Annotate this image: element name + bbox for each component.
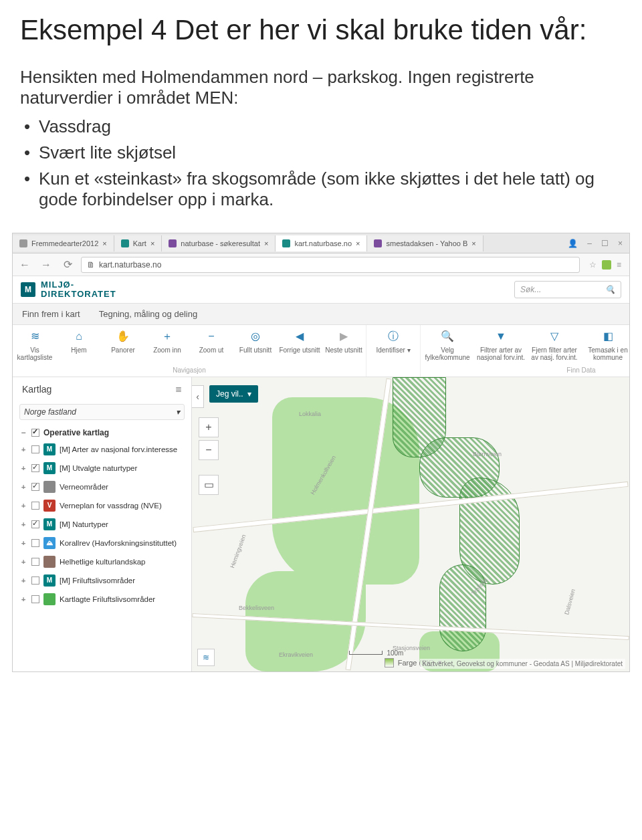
- info-icon: ⓘ: [386, 329, 401, 344]
- layer-row-4[interactable]: +M[M] Naturtyper: [13, 515, 191, 534]
- forward-button[interactable]: →: [38, 257, 54, 273]
- layer-row-8[interactable]: +Kartlagte Friluftslivsområder: [13, 590, 191, 609]
- zoom-controls: + − ▭: [199, 417, 219, 495]
- tool-home[interactable]: ⌂Hjem: [57, 325, 101, 365]
- home-icon: ⌂: [72, 329, 86, 344]
- close-icon[interactable]: ×: [356, 239, 360, 247]
- layer-row-2[interactable]: +Verneområder: [13, 478, 191, 496]
- tool-full-extent[interactable]: ◎Fullt utsnitt: [233, 325, 278, 365]
- reload-button[interactable]: ⟳: [60, 257, 76, 273]
- bookmark-button[interactable]: ▭: [199, 475, 219, 495]
- zoom-out-button[interactable]: −: [199, 440, 219, 460]
- layer-list: +M[M] Arter av nasjonal forv.interesse +…: [13, 440, 191, 671]
- slide-title: Eksempel 4 Det er her vi skal bruke tide…: [20, 13, 622, 47]
- region-select[interactable]: Norge fastland ▾: [19, 404, 185, 420]
- tool-zoom-out[interactable]: −Zoom ut: [189, 325, 233, 365]
- tool-layerlist[interactable]: ≋Vis kartlagsliste: [13, 325, 57, 365]
- url-input[interactable]: 🗎 kart.naturbase.no: [81, 257, 580, 273]
- toolbar: ≋Vis kartlagsliste ⌂Hjem ✋Panorer ＋Zoom …: [13, 325, 629, 377]
- site-header: M MILJØ- DIREKTORATET Søk... 🔍: [13, 276, 629, 302]
- layer-row-1[interactable]: +M[M] Utvalgte naturtyper: [13, 459, 191, 478]
- hand-icon: ✋: [116, 329, 130, 344]
- menu-tegning[interactable]: Tegning, måling og deling: [99, 309, 197, 319]
- slide-bullets: Vassdrag Svært lite skjøtsel Kun et «ste…: [20, 114, 622, 213]
- layer-checkbox[interactable]: [31, 502, 39, 510]
- tool-zoom-in[interactable]: ＋Zoom inn: [145, 325, 189, 365]
- plus-icon: ＋: [160, 329, 175, 344]
- jeg-vil-button[interactable]: Jeg vil..▾: [209, 385, 258, 403]
- tool-filter-kartlag[interactable]: ▼Filter kartlag: [635, 325, 642, 365]
- tool-filter-arter[interactable]: ▼Filtrer arter av nasjonal forv.int.: [474, 325, 528, 365]
- tool-clear-filter[interactable]: ▽Fjern filter arter av nasj. forv.int.: [528, 325, 581, 365]
- layer-icon: ⛰: [43, 537, 56, 549]
- layer-checkbox[interactable]: [31, 576, 39, 585]
- extension-icon[interactable]: [602, 260, 611, 270]
- layer-checkbox[interactable]: [31, 558, 39, 566]
- user-icon[interactable]: 👤: [568, 239, 578, 248]
- close-icon[interactable]: ×: [150, 239, 154, 247]
- favicon-icon: [374, 239, 382, 247]
- tool-pan[interactable]: ✋Panorer: [101, 325, 145, 365]
- maximize-button[interactable]: ☐: [601, 239, 609, 248]
- main-panel: Kartlag ≣ Norge fastland ▾ − Operative k…: [13, 377, 629, 671]
- layer-row-6[interactable]: +Helhetlige kulturlandskap: [13, 552, 191, 571]
- tool-velg-fylke[interactable]: 🔍Velg fylke/kommune: [421, 325, 474, 365]
- prev-icon: ◀: [292, 329, 307, 344]
- list-view-icon[interactable]: ≣: [175, 385, 182, 394]
- close-icon[interactable]: ×: [471, 239, 475, 247]
- tab-1[interactable]: Kart×: [114, 235, 163, 251]
- tab-2[interactable]: naturbase - søkeresultat×: [162, 235, 276, 251]
- menu-icon[interactable]: ≡: [617, 260, 621, 270]
- brand-top: MILJØ-: [41, 280, 116, 290]
- search-icon: 🔍: [605, 285, 615, 294]
- tab-3[interactable]: kart.naturbase.no×: [276, 235, 367, 251]
- sidebar-title: Kartlag: [22, 384, 51, 395]
- close-icon[interactable]: ×: [264, 239, 268, 247]
- star-icon[interactable]: ☆: [589, 260, 597, 270]
- back-button[interactable]: ←: [17, 257, 33, 273]
- close-button[interactable]: ×: [618, 239, 623, 248]
- layer-group-header[interactable]: − Operative kartlag: [13, 425, 191, 440]
- layer-row-7[interactable]: +M[M] Friluftslivsområder: [13, 571, 191, 590]
- search-icon: 🔍: [440, 329, 455, 344]
- layer-checkbox[interactable]: [31, 520, 39, 528]
- menu-bar: Finn frem i kart Tegning, måling og deli…: [13, 303, 629, 325]
- brand-bottom: DIREKTORATET: [41, 290, 116, 299]
- scale-bar: 100m: [349, 649, 403, 657]
- layers-stack-icon[interactable]: ≋: [197, 649, 215, 666]
- layer-checkbox[interactable]: [31, 539, 39, 547]
- layer-checkbox[interactable]: [31, 595, 39, 603]
- layer-icon: [43, 556, 56, 568]
- brand[interactable]: M MILJØ- DIREKTORATET: [21, 280, 116, 298]
- layer-checkbox[interactable]: [31, 483, 39, 491]
- layer-row-3[interactable]: +VVerneplan for vassdrag (NVE): [13, 496, 191, 515]
- map-attribution: Kartverket, Geovekst og kommuner - Geoda…: [420, 659, 625, 669]
- menu-finn[interactable]: Finn frem i kart: [22, 309, 80, 319]
- layer-row-5[interactable]: +⛰Korallrev (Havforskningsinstituttet): [13, 534, 191, 552]
- globe-icon: ◎: [248, 329, 263, 344]
- tool-next-extent: ▶Neste utsnitt: [322, 325, 366, 365]
- layer-row-0[interactable]: +M[M] Arter av nasjonal forv.interesse: [13, 440, 191, 459]
- layer-icon: M: [43, 574, 56, 587]
- tool-identify[interactable]: ⓘIdentifiser ▾: [366, 325, 420, 358]
- layer-checkbox[interactable]: [31, 445, 39, 453]
- tool-temasok[interactable]: ◧Temasøk i en kommune: [581, 325, 635, 365]
- page-icon: 🗎: [87, 260, 95, 270]
- search-input[interactable]: Søk... 🔍: [514, 281, 621, 298]
- sidebar-collapse-button[interactable]: ‹: [192, 385, 204, 408]
- checkbox-all[interactable]: [31, 429, 39, 437]
- chevron-down-icon: ▾: [247, 389, 251, 399]
- tab-4[interactable]: smestadaksen - Yahoo B×: [367, 235, 483, 251]
- close-icon[interactable]: ×: [102, 239, 106, 247]
- chevron-down-icon: ▾: [176, 407, 180, 417]
- browser-window: Fremmedearter2012× Kart× naturbase - søk…: [12, 233, 630, 671]
- tab-0[interactable]: Fremmedearter2012×: [13, 235, 114, 251]
- map-canvas[interactable]: Lokkalia Bjørnveien Holmenkollveien Hemi…: [192, 377, 629, 671]
- url-text: kart.naturbase.no: [99, 260, 161, 270]
- zoom-in-button[interactable]: +: [199, 417, 219, 437]
- minimize-button[interactable]: –: [587, 239, 592, 248]
- favicon-icon: [282, 239, 290, 247]
- address-bar: ← → ⟳ 🗎 kart.naturbase.no ☆ ≡: [13, 253, 629, 276]
- tool-prev-extent[interactable]: ◀Forrige utsnitt: [278, 325, 322, 365]
- layer-checkbox[interactable]: [31, 464, 39, 472]
